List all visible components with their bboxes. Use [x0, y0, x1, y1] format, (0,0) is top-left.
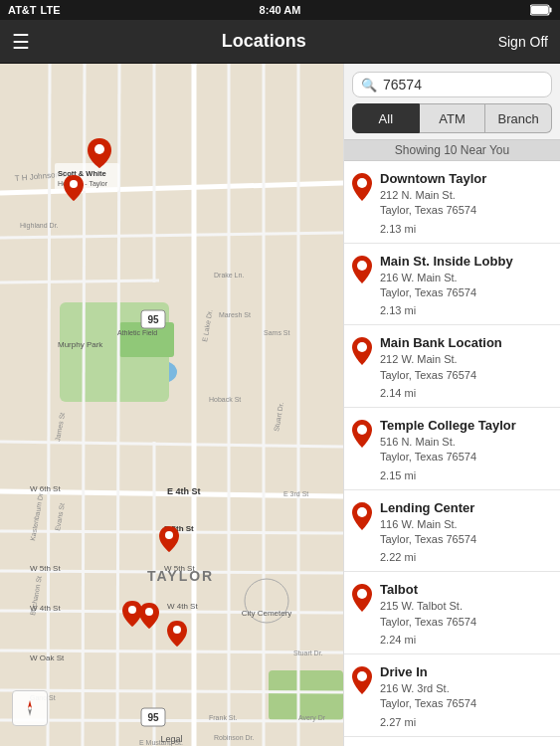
location-pin-icon — [352, 420, 372, 448]
location-address: 215 W. Talbot St.Taylor, Texas 76574 — [380, 599, 476, 630]
location-info: Drive In 216 W. 3rd St.Taylor, Texas 765… — [380, 664, 476, 712]
svg-point-77 — [357, 178, 367, 188]
svg-text:95: 95 — [147, 314, 159, 325]
location-name: Main St. Inside Lobby — [380, 254, 513, 271]
near-you-label: Showing 10 Near You — [344, 139, 560, 161]
location-item[interactable]: Main St. Inside Lobby 216 W. Main St.Tay… — [344, 244, 560, 326]
svg-text:W 4th St: W 4th St — [30, 604, 61, 613]
svg-rect-1 — [550, 8, 552, 13]
map-svg: 95 95 City Cemetery T H Johnson Dr Highl… — [0, 64, 343, 746]
svg-text:Sams St: Sams St — [264, 329, 290, 336]
search-input[interactable] — [383, 77, 543, 93]
svg-marker-76 — [28, 708, 32, 716]
svg-rect-8 — [269, 670, 343, 720]
location-item[interactable]: Drive In 216 W. 3rd St.Taylor, Texas 765… — [344, 654, 560, 737]
location-address: 212 N. Main St.Taylor, Texas 76574 — [380, 188, 486, 219]
svg-rect-2 — [531, 6, 548, 14]
svg-point-82 — [357, 589, 367, 599]
location-address: 212 W. Main St.Taylor, Texas 76574 — [380, 352, 502, 383]
location-item[interactable]: Temple College Taylor 516 N. Main St.Tay… — [344, 408, 560, 490]
svg-text:Scott & White: Scott & White — [58, 169, 106, 178]
svg-text:Hoback St: Hoback St — [209, 396, 241, 403]
svg-text:W 6th St: W 6th St — [30, 484, 61, 493]
location-item[interactable]: Lending Center 116 W. Main St.Taylor, Te… — [344, 490, 560, 573]
network-label: LTE — [41, 4, 61, 16]
location-address: 516 N. Main St.Taylor, Texas 76574 — [380, 435, 516, 466]
location-pin-icon — [352, 256, 372, 283]
svg-text:W Oak St: W Oak St — [30, 653, 65, 662]
location-info: Talbot 215 W. Talbot St.Taylor, Texas 76… — [380, 582, 476, 630]
location-pin-icon — [352, 337, 372, 365]
right-panel: 🔍 All ATM Branch Showing 10 Near You Dow… — [343, 64, 560, 746]
battery-icon — [530, 4, 552, 16]
status-right — [530, 4, 552, 16]
svg-point-80 — [357, 425, 367, 435]
carrier-label: AT&T — [8, 4, 37, 16]
menu-icon[interactable]: ☰ — [12, 30, 30, 54]
location-item[interactable]: Downtown Taylor 212 N. Main St.Taylor, T… — [344, 161, 560, 244]
search-icon: 🔍 — [361, 78, 377, 93]
svg-text:Highland Dr.: Highland Dr. — [20, 222, 59, 230]
compass-icon — [20, 698, 40, 718]
location-pin-icon — [352, 666, 372, 694]
svg-text:Stuart Dr.: Stuart Dr. — [293, 650, 323, 656]
svg-text:Maresh St: Maresh St — [219, 311, 251, 318]
svg-point-81 — [357, 507, 367, 517]
location-pin-icon — [352, 502, 372, 530]
svg-text:Murphy Park: Murphy Park — [58, 340, 103, 349]
location-distance: 2.27 mi — [344, 714, 560, 736]
svg-line-18 — [0, 690, 343, 692]
location-info: Main Bank Location 212 W. Main St.Taylor… — [380, 335, 502, 383]
location-name: Talbot — [380, 582, 476, 599]
svg-point-69 — [94, 144, 104, 154]
location-distance: 2.15 mi — [344, 467, 560, 489]
location-item[interactable]: Main Bank Location 212 W. Main St.Taylor… — [344, 325, 560, 408]
location-address: 216 W. 3rd St.Taylor, Texas 76574 — [380, 681, 476, 712]
map-legal: Legal — [160, 734, 182, 744]
svg-rect-3 — [0, 64, 343, 746]
location-distance: 2.13 mi — [344, 302, 560, 324]
svg-point-78 — [357, 261, 367, 271]
location-name: Temple College Taylor — [380, 418, 516, 435]
location-info: Lending Center 116 W. Main St.Taylor, Te… — [380, 500, 476, 548]
location-distance: 2.22 mi — [344, 549, 560, 571]
location-pin-icon — [352, 173, 372, 201]
svg-text:W 5th St: W 5th St — [30, 564, 61, 573]
page-title: Locations — [222, 31, 306, 52]
location-distance: 2.13 mi — [344, 221, 560, 243]
svg-text:City Cemetery: City Cemetery — [242, 609, 292, 618]
location-info: Temple College Taylor 516 N. Main St.Tay… — [380, 418, 516, 466]
location-list: Downtown Taylor 212 N. Main St.Taylor, T… — [344, 161, 560, 746]
svg-point-74 — [173, 626, 181, 634]
status-left: AT&T LTE — [8, 4, 60, 16]
location-info: Downtown Taylor 212 N. Main St.Taylor, T… — [380, 171, 486, 219]
filter-all-button[interactable]: All — [352, 103, 420, 133]
location-info: Main St. Inside Lobby 216 W. Main St.Tay… — [380, 254, 513, 301]
svg-text:E 3rd St: E 3rd St — [283, 490, 308, 497]
location-name: Lending Center — [380, 500, 476, 517]
svg-line-19 — [0, 720, 343, 721]
svg-text:Drake Ln.: Drake Ln. — [214, 272, 244, 279]
filter-buttons: All ATM Branch — [344, 103, 560, 139]
location-name: Downtown Taylor — [380, 171, 486, 188]
map-area[interactable]: 95 95 City Cemetery T H Johnson Dr Highl… — [0, 64, 343, 746]
search-bar: 🔍 — [344, 64, 560, 103]
location-name: Drive In — [380, 664, 476, 681]
location-name: Main Bank Location — [380, 335, 502, 352]
location-address: 216 W. Main St.Taylor, Texas 76574 — [380, 271, 513, 301]
location-distance: 2.24 mi — [344, 632, 560, 653]
search-input-wrap: 🔍 — [352, 72, 552, 97]
filter-branch-button[interactable]: Branch — [485, 103, 552, 133]
svg-point-73 — [145, 608, 153, 616]
location-pin-icon — [352, 584, 372, 612]
sign-off-button[interactable]: Sign Off — [498, 34, 548, 50]
filter-atm-button[interactable]: ATM — [420, 103, 486, 133]
svg-point-72 — [128, 606, 136, 614]
svg-line-11 — [0, 280, 159, 282]
location-address: 116 W. Main St.Taylor, Texas 76574 — [380, 517, 476, 548]
svg-line-17 — [0, 651, 343, 653]
compass-button[interactable] — [12, 690, 48, 726]
svg-point-71 — [165, 531, 173, 539]
svg-text:Robinson Dr.: Robinson Dr. — [214, 734, 255, 741]
location-item[interactable]: Talbot 215 W. Talbot St.Taylor, Texas 76… — [344, 572, 560, 654]
